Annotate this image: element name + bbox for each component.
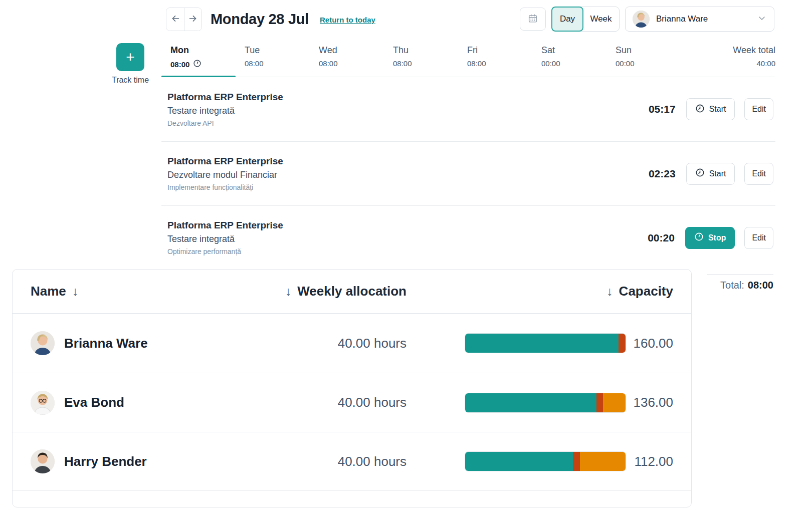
bar-segment-allocated bbox=[465, 452, 573, 471]
table-row[interactable]: Eva Bond 40.00 hours 136.00 bbox=[13, 373, 691, 432]
start-button[interactable]: Start bbox=[686, 163, 735, 185]
selected-user-name: Brianna Ware bbox=[656, 14, 750, 24]
time-entry: Platforma ERP Enterprise Dezvoltare modu… bbox=[161, 141, 775, 205]
bar-segment-allocated bbox=[465, 334, 619, 353]
total-divider bbox=[707, 274, 773, 275]
entry-task: Dezvoltare modul Financiar bbox=[167, 170, 283, 180]
track-time-label: Track time bbox=[103, 76, 158, 85]
calendar-button[interactable] bbox=[520, 8, 546, 31]
capacity-value: 136.00 bbox=[626, 395, 673, 410]
team-table: Name ↓ ↓ Weekly allocation ↓ Capacity Br… bbox=[12, 269, 692, 507]
avatar bbox=[633, 11, 650, 28]
bar-segment-remaining bbox=[580, 452, 626, 471]
timer-running-icon bbox=[694, 232, 704, 243]
chevron-down-icon bbox=[757, 13, 767, 25]
entry-subtask: Implementare funcționalități bbox=[167, 183, 283, 191]
avatar bbox=[31, 331, 55, 355]
member-name: Eva Bond bbox=[64, 395, 124, 410]
arrow-right-icon bbox=[187, 13, 198, 26]
tab-tue[interactable]: Tue 08:00 bbox=[236, 45, 310, 69]
track-time-button[interactable]: + bbox=[116, 43, 144, 71]
plus-icon: + bbox=[126, 49, 135, 65]
sort-arrow-icon: ↓ bbox=[285, 284, 292, 299]
sort-arrow-icon: ↓ bbox=[606, 284, 613, 299]
start-button[interactable]: Start bbox=[686, 98, 735, 120]
tab-wed[interactable]: Wed 08:00 bbox=[310, 45, 384, 69]
tab-thu[interactable]: Thu 08:00 bbox=[384, 45, 458, 69]
view-toggle: Day Week bbox=[551, 7, 620, 32]
sort-name-header[interactable]: Name ↓ bbox=[31, 284, 281, 299]
bar-segment-over bbox=[573, 452, 580, 471]
tab-fri[interactable]: Fri 08:00 bbox=[458, 45, 532, 69]
week-total: Week total 40:00 bbox=[681, 45, 775, 69]
avatar bbox=[31, 449, 55, 473]
entry-task: Testare integrată bbox=[167, 106, 283, 116]
week-total-value: 40:00 bbox=[681, 59, 775, 68]
next-day-button[interactable] bbox=[184, 8, 201, 31]
timer-running-icon bbox=[193, 59, 201, 69]
edit-button[interactable]: Edit bbox=[744, 227, 773, 249]
user-selector[interactable]: Brianna Ware bbox=[625, 7, 774, 32]
week-total-label: Week total bbox=[681, 45, 775, 56]
arrow-left-icon bbox=[170, 13, 181, 26]
clock-icon bbox=[695, 104, 705, 115]
entry-duration: 05:17 bbox=[649, 103, 676, 115]
capacity-value: 112.00 bbox=[626, 454, 673, 469]
entry-duration: 00:20 bbox=[648, 232, 675, 244]
table-row[interactable]: Brianna Ware 40.00 hours 160.00 bbox=[13, 314, 691, 373]
allocation-bar bbox=[465, 452, 626, 471]
capacity-value: 160.00 bbox=[626, 336, 673, 351]
timer-page: Monday 28 Jul Return to today Day Week B… bbox=[0, 0, 812, 510]
table-row[interactable]: Harry Bender 40.00 hours 112.00 bbox=[13, 432, 691, 491]
avatar bbox=[31, 391, 55, 415]
allocation-value: 40.00 hours bbox=[281, 454, 407, 469]
allocation-bar bbox=[465, 393, 626, 412]
date-nav bbox=[166, 8, 202, 31]
allocation-bar bbox=[465, 334, 626, 353]
calendar-icon bbox=[527, 13, 538, 26]
time-entry-list: Platforma ERP Enterprise Testare integra… bbox=[161, 77, 775, 270]
member-name: Harry Bender bbox=[64, 454, 147, 469]
week-day-tabs: Mon 08:00 Tue 08:00 Wed 08:00 Thu 08:00 … bbox=[161, 45, 775, 69]
edit-button[interactable]: Edit bbox=[744, 98, 773, 120]
time-entry: Platforma ERP Enterprise Testare integra… bbox=[161, 77, 775, 141]
time-entry: Platforma ERP Enterprise Testare integra… bbox=[161, 205, 775, 270]
return-to-today-link[interactable]: Return to today bbox=[320, 16, 375, 24]
day-toggle[interactable]: Day bbox=[551, 7, 583, 32]
allocation-value: 40.00 hours bbox=[281, 336, 407, 351]
tab-sun[interactable]: Sun 00:00 bbox=[606, 45, 681, 69]
edit-button[interactable]: Edit bbox=[744, 163, 773, 185]
sort-capacity-header[interactable]: ↓ Capacity bbox=[407, 284, 673, 299]
entry-duration: 02:23 bbox=[649, 168, 676, 180]
allocation-value: 40.00 hours bbox=[281, 395, 407, 410]
entry-subtask: Optimizare performanță bbox=[167, 247, 283, 256]
bar-segment-over bbox=[619, 334, 626, 353]
entry-project: Platforma ERP Enterprise bbox=[167, 220, 283, 231]
table-header: Name ↓ ↓ Weekly allocation ↓ Capacity bbox=[13, 270, 691, 314]
tab-mon[interactable]: Mon 08:00 bbox=[161, 45, 236, 69]
entry-task: Testare integrată bbox=[167, 234, 283, 244]
member-name: Brianna Ware bbox=[64, 336, 148, 351]
track-time: + Track time bbox=[103, 43, 158, 85]
bar-segment-over bbox=[596, 393, 603, 412]
sort-allocation-header[interactable]: ↓ Weekly allocation bbox=[281, 284, 407, 299]
entry-project: Platforma ERP Enterprise bbox=[167, 92, 283, 103]
total-label: Total: bbox=[720, 280, 744, 291]
day-total: Total:08:00 bbox=[692, 280, 773, 291]
tab-sat[interactable]: Sat 00:00 bbox=[532, 45, 606, 69]
page-title: Monday 28 Jul bbox=[211, 11, 309, 28]
bar-segment-allocated bbox=[465, 393, 596, 412]
entry-subtask: Dezvoltare API bbox=[167, 119, 283, 127]
prev-day-button[interactable] bbox=[166, 8, 184, 31]
total-value: 08:00 bbox=[748, 280, 773, 291]
entry-project: Platforma ERP Enterprise bbox=[167, 156, 283, 167]
sort-arrow-icon: ↓ bbox=[72, 284, 79, 299]
week-toggle[interactable]: Week bbox=[580, 7, 620, 32]
stop-button[interactable]: Stop bbox=[685, 227, 735, 249]
bar-segment-remaining bbox=[603, 393, 626, 412]
clock-icon bbox=[695, 168, 705, 179]
